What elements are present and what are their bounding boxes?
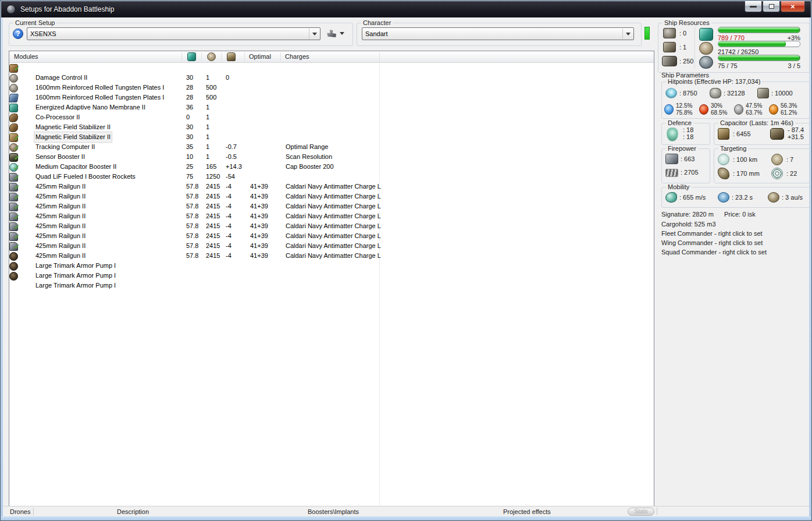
explosive-resist-values: 56.3%61.2% [781,102,797,116]
structure-hp-value: : 10000 [771,90,793,97]
turret-hardpoints-value: : 0 [679,30,686,37]
defence-title: Defence [666,119,693,126]
column-optimal[interactable]: Optimal [249,53,271,60]
drone-bandwidth-value: 75 / 75 [718,62,738,69]
signature-resolution-icon [718,168,729,179]
module-row[interactable]: Large Trimark Armor Pump I [9,252,654,262]
close-button[interactable]: ✕ [781,1,805,12]
module-row[interactable]: 1600mm Reinforced Rolled Tungsten Plates… [9,74,654,84]
module-row[interactable]: 1600mm Reinforced Rolled Tungsten Plates… [9,84,654,94]
column-separator [280,52,281,61]
sensor-strength-value: : 22 [786,170,797,177]
mobility-title: Mobility [666,183,691,190]
help-button[interactable]: ? [13,29,23,39]
character-label: Character [361,19,393,26]
volley-icon [665,154,678,164]
cpu-icon [699,28,713,41]
shield-hp-value: : 8750 [679,90,697,97]
character-group: Character Sandart [357,23,642,46]
module-row[interactable]: Magnetic Field Stabilizer II301 [9,114,654,123]
module-row[interactable]: Large Trimark Armor Pump I [9,262,654,272]
max-targets-value: : 7 [786,156,793,163]
max-velocity-icon [665,192,677,203]
module-row[interactable]: ✓425mm Railgun II57.82415-441+39Caldari … [9,222,654,232]
close-icon: ✕ [790,3,795,10]
module-list: ✓Damage Control II30101600mm Reinforced … [9,64,654,282]
bottom-panel-bar: Drones Description Boosters\Implants Pro… [3,506,809,516]
character-combobox[interactable]: Sandart [362,27,634,40]
chevron-down-icon [312,33,317,36]
module-row[interactable]: ✓425mm Railgun II57.82415-441+39Caldari … [9,232,654,242]
fitted-check-icon: ✓ [14,143,20,153]
title-bar: Setups for Abaddon Battleship ✕ [1,1,811,17]
cargohold-value: Cargohold: 525 m3 [661,221,716,228]
app-icon [6,5,16,14]
minimize-button[interactable] [745,1,762,12]
signature-value: Signature: 2820 m [661,211,714,218]
setup-combobox-arrow[interactable] [309,29,319,39]
character-combobox-arrow[interactable] [622,29,633,39]
calibration-icon [662,56,677,66]
description-panel-header[interactable]: Description [117,508,149,515]
fitted-check-icon: ✓ [14,173,20,183]
modules-table-header: Modules Optimal Charges [9,51,654,63]
module-row[interactable]: Large Trimark Armor Pump I [9,272,654,282]
module-row[interactable]: ✓425mm Railgun II57.82415-441+39Caldari … [9,242,654,252]
column-separator [379,52,380,61]
powergrid-icon [699,42,713,55]
tools-icon [327,30,336,37]
volley-value: : 663 [681,155,695,162]
powergrid-column-icon[interactable] [207,52,216,61]
module-row[interactable]: Co-Processor II01 [9,104,654,114]
squad-commander-setting[interactable]: Squad Commander - right click to set [661,249,767,256]
client-area: Current Setup ? XSENXS Character Sandart… [3,17,809,516]
restore-button[interactable] [763,1,780,12]
chevron-down-icon [626,33,631,36]
cpu-bar-fill [718,27,800,33]
module-row[interactable]: Energized Adaptive Nano Membrane II361 [9,94,654,104]
setup-combobox-value: XSENXS [30,30,56,37]
panel-separator[interactable] [33,508,34,515]
firepower-group: Firepower : 663 : 2705 [661,148,710,183]
drones-panel-header[interactable]: Drones [10,508,30,515]
defence-values: : 18: 18 [683,126,693,140]
price-value: Price: 0 isk [724,211,756,218]
window-title: Setups for Abaddon Battleship [20,5,114,13]
module-row[interactable]: ✓Damage Control II3010 [9,64,654,74]
capacitor-amount-value: : 6455 [733,130,751,137]
warp-speed-value: : 3 au/s [782,194,803,201]
module-row[interactable]: ✓425mm Railgun II57.82415-441+39Caldari … [9,193,654,203]
warp-speed-icon [768,192,779,203]
thermal-resist-icon [699,104,708,115]
capacitor-column-icon[interactable] [227,52,236,61]
capacitor-battery-icon [718,128,729,140]
drone-bandwidth-icon [699,56,713,69]
targeting-range-icon [718,154,729,165]
launcher-hardpoints-value: : 1 [679,44,686,51]
wing-commander-setting[interactable]: Wing Commander - right click to set [661,239,763,246]
turret-hardpoints-icon [663,28,676,38]
fitted-check-icon: ✓ [14,183,20,193]
column-charges[interactable]: Charges [285,53,309,60]
stats-button[interactable]: Stats [628,508,654,516]
panel-separator[interactable] [657,508,657,515]
module-row[interactable]: ✓Tracking Computer II351-0.7Optimal Rang… [9,133,654,143]
armor-hp-value: : 32128 [724,90,745,97]
module-row[interactable]: Magnetic Field Stabilizer II301 [9,123,654,133]
setup-tools-button[interactable] [327,30,344,37]
module-row[interactable]: ✓425mm Railgun II57.82415-441+39Caldari … [9,203,654,212]
module-row[interactable]: ✓425mm Railgun II57.82415-441+39Caldari … [9,183,654,193]
module-icon-armor-plate [9,74,18,83]
setup-combobox[interactable]: XSENXS [27,27,320,40]
fleet-commander-setting[interactable]: Fleet Commander - right click to set [661,230,763,237]
projected-effects-panel-header[interactable]: Projected effects [503,508,551,515]
targeting-title: Targeting [718,145,748,152]
module-row[interactable]: ✓Medium Capacitor Booster II25165+14.3Ca… [9,153,654,163]
module-row[interactable]: ✓425mm Railgun II57.82415-441+39Caldari … [9,212,654,222]
column-modules[interactable]: Modules [14,53,38,60]
module-row[interactable]: ✓425mm Railgun II57.82415-441+39Caldari … [9,173,654,183]
module-row[interactable]: ✓Quad LiF Fueled I Booster Rockets751250… [9,163,654,173]
boosters-implants-panel-header[interactable]: Boosters\Implants [308,508,359,515]
module-row[interactable]: ✓Sensor Booster II101-0.5Scan Resolution [9,143,654,153]
cpu-column-icon[interactable] [187,52,196,61]
